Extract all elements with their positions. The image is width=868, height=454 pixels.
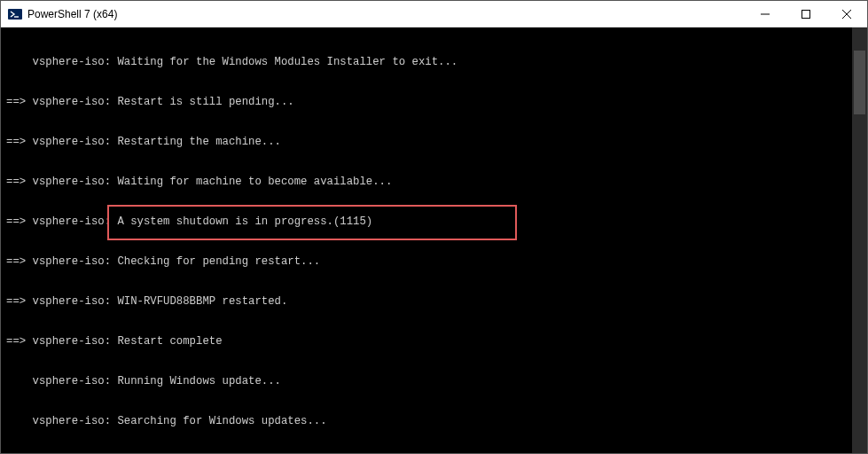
terminal-output[interactable]: vsphere-iso: Waiting for the Windows Mod… [1,27,867,453]
output-line: vsphere-iso: Searching for Windows updat… [6,415,867,428]
maximize-button[interactable] [786,1,826,27]
app-icon [8,7,22,21]
output-line: ==> vsphere-iso: Restart complete [6,335,867,348]
output-line: ==> vsphere-iso: Restarting the machine.… [6,136,867,149]
output-line: ==> vsphere-iso: Waiting for machine to … [6,176,867,189]
output-line: vsphere-iso: Running Windows update... [6,375,867,388]
output-line: ==> vsphere-iso: WIN-RVFUD88BBMP restart… [6,295,867,309]
output-line: ==> vsphere-iso: Checking for pending re… [6,255,867,269]
svg-rect-3 [802,10,810,18]
output-line: ==> vsphere-iso: Restart is still pendin… [6,96,867,109]
window-title: PowerShell 7 (x64) [27,8,117,20]
close-button[interactable] [826,1,867,27]
powershell-window: PowerShell 7 (x64) vsphere-iso: Waiting … [0,0,868,454]
scrollbar-vertical[interactable] [852,27,867,453]
output-line: ==> vsphere-iso: A system shutdown is in… [6,215,867,229]
output-line: vsphere-iso: Waiting for the Windows Mod… [6,56,867,69]
scrollbar-thumb[interactable] [854,51,865,114]
minimize-button[interactable] [745,1,786,27]
titlebar[interactable]: PowerShell 7 (x64) [1,1,867,27]
